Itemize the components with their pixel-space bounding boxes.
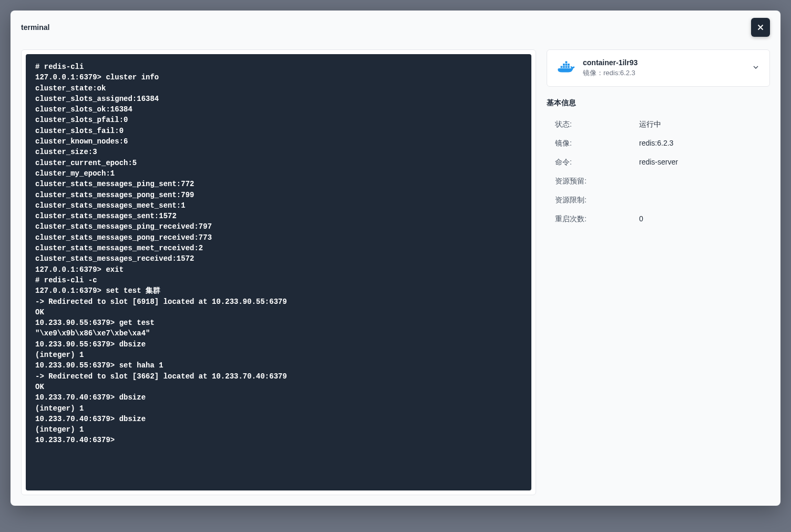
info-row: 命令:redis-server xyxy=(547,153,770,172)
right-panel: container-1ilr93 镜像：redis:6.2.3 基本信息 状态:… xyxy=(547,49,770,495)
container-image-line: 镜像：redis:6.2.3 xyxy=(583,68,744,78)
close-icon xyxy=(756,23,765,32)
svg-rect-2 xyxy=(566,66,568,68)
container-image-label: 镜像： xyxy=(583,69,603,77)
info-value: 运行中 xyxy=(639,120,661,129)
modal-title: terminal xyxy=(21,23,49,32)
basic-info-section: 基本信息 状态:运行中镜像:redis:6.2.3命令:redis-server… xyxy=(547,98,770,229)
info-label: 命令: xyxy=(555,158,639,167)
info-label: 镜像: xyxy=(555,139,639,148)
svg-rect-4 xyxy=(563,64,565,66)
info-value: 0 xyxy=(639,214,643,224)
close-button[interactable] xyxy=(751,18,770,37)
info-row: 重启次数:0 xyxy=(547,210,770,229)
svg-rect-5 xyxy=(566,64,568,66)
info-label: 资源预留: xyxy=(555,177,639,186)
svg-rect-7 xyxy=(566,61,568,63)
terminal-output[interactable]: # redis-cli 127.0.0.1:6379> cluster info… xyxy=(26,54,531,490)
info-label: 状态: xyxy=(555,120,639,129)
container-name: container-1ilr93 xyxy=(583,58,744,67)
info-row: 资源限制: xyxy=(547,191,770,210)
modal-body: # redis-cli 127.0.0.1:6379> cluster info… xyxy=(11,44,780,506)
container-card[interactable]: container-1ilr93 镜像：redis:6.2.3 xyxy=(547,49,770,87)
svg-rect-1 xyxy=(563,66,565,68)
docker-icon xyxy=(557,59,576,78)
info-row: 状态:运行中 xyxy=(547,115,770,134)
info-row: 镜像:redis:6.2.3 xyxy=(547,134,770,153)
info-label: 资源限制: xyxy=(555,196,639,205)
info-row: 资源预留: xyxy=(547,172,770,191)
svg-rect-3 xyxy=(568,66,570,68)
chevron-down-icon xyxy=(752,63,760,74)
info-list: 状态:运行中镜像:redis:6.2.3命令:redis-server资源预留:… xyxy=(547,115,770,229)
info-value: redis-server xyxy=(639,158,678,167)
info-value: redis:6.2.3 xyxy=(639,139,673,148)
svg-rect-6 xyxy=(568,64,570,66)
svg-rect-0 xyxy=(561,66,563,68)
terminal-container: # redis-cli 127.0.0.1:6379> cluster info… xyxy=(21,49,536,495)
modal-header: terminal xyxy=(11,11,780,44)
container-info: container-1ilr93 镜像：redis:6.2.3 xyxy=(583,58,744,78)
container-image-value: redis:6.2.3 xyxy=(603,69,635,77)
terminal-modal: terminal # redis-cli 127.0.0.1:6379> clu… xyxy=(11,11,780,506)
info-label: 重启次数: xyxy=(555,214,639,224)
section-title: 基本信息 xyxy=(547,98,770,108)
